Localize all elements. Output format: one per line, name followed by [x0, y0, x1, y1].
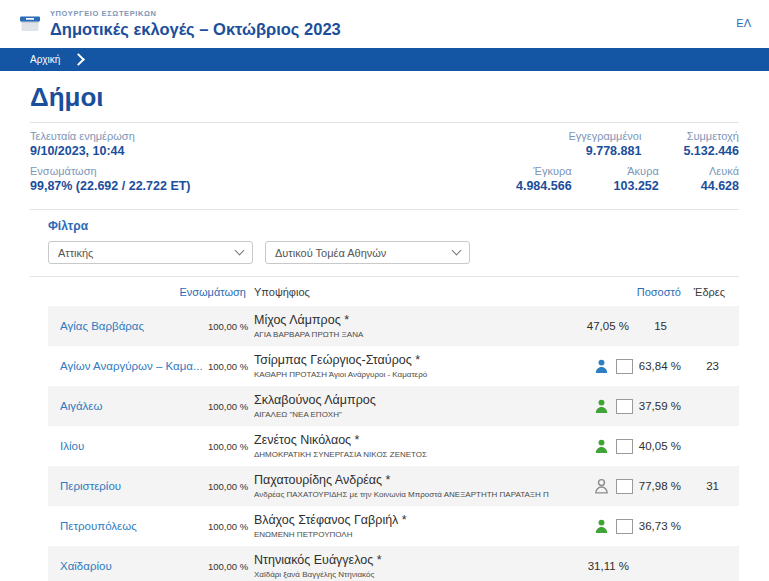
integration-value: 100,00 % [208, 361, 254, 372]
percentage-value: 47,05 % [549, 320, 635, 332]
party-name: ΚΑΘΑΡΗ ΠΡΟΤΑΣΗ Άγιοι Ανάργυροι - Καματερ… [254, 370, 549, 379]
municipality-link[interactable]: Ιλίου [48, 440, 208, 452]
party-support-box [616, 439, 633, 454]
support-cell [549, 358, 635, 375]
candidate-name: Σκλαβούνος Λάμπρος [254, 393, 549, 407]
party-support-box [616, 399, 633, 414]
municipality-link[interactable]: Πετρουπόλεως [48, 520, 208, 532]
table-row: Πετρουπόλεως 100,00 % Βλάχος Στέφανος Γα… [48, 506, 739, 546]
region-select[interactable]: Αττικής [48, 241, 253, 264]
brand-text: ΥΠΟΥΡΓΕΙΟ ΕΣΩΤΕΡΙΚΩΝ Δημοτικές εκλογές –… [50, 9, 341, 39]
candidate-cell: Παχατουρίδης Ανδρέας * Ανδρέας ΠΑΧΑΤΟΥΡΙ… [254, 473, 549, 499]
table-row: Χαϊδαρίου 100,00 % Ντηνιακός Ευάγγελος *… [48, 546, 739, 581]
municipality-link[interactable]: Αγίων Αναργύρων – Καμα... [48, 360, 208, 372]
header-seats: Έδρες [687, 286, 739, 298]
registered: Εγγεγραμμένοι 9.778.881 [568, 130, 641, 158]
municipality-link[interactable]: Αγίας Βαρβάρας [48, 320, 208, 332]
municipality-link[interactable]: Χαϊδαρίου [48, 560, 208, 572]
party-name: ΕΝΩΜΕΝΗ ΠΕΤΡΟΥΠΟΛΗ [254, 530, 549, 539]
main-content: Δήμοι Τελευταία ενημέρωση 9/10/2023, 10:… [0, 82, 769, 581]
candidate-cell: Μίχος Λάμπρος * ΑΓΙΑ ΒΑΡΒΑΡΑ ΠΡΩΤΗ ΞΑΝΑ [254, 313, 549, 339]
stats-left: Τελευταία ενημέρωση 9/10/2023, 10:44 Ενσ… [30, 130, 191, 200]
header-integration[interactable]: Ενσωμάτωση [48, 286, 254, 298]
chevron-down-icon [452, 246, 462, 256]
party-support-box [616, 479, 633, 494]
candidate-name: Τσίρμπας Γεώργιος-Σταύρος * [254, 353, 549, 367]
percentage-value: 36,73 % [635, 520, 687, 532]
percentage-value: 40,05 % [635, 440, 687, 452]
stats-row-1: Εγγεγραμμένοι 9.778.881 Συμμετοχή 5.132.… [516, 130, 739, 158]
support-cell [549, 478, 635, 495]
table-row: Αιγάλεω 100,00 % Σκλαβούνος Λάμπρος ΑΙΓΑ… [48, 386, 739, 426]
ministry-label: ΥΠΟΥΡΓΕΙΟ ΕΣΩΤΕΡΙΚΩΝ [50, 9, 341, 18]
table-row: Αγίας Βαρβάρας 100,00 % Μίχος Λάμπρος * … [48, 306, 739, 346]
filters-label: Φίλτρα [48, 219, 739, 233]
table-header: Ενσωμάτωση Υποψήφιος Ποσοστό Έδρες [48, 281, 739, 303]
table-row: Ιλίου 100,00 % Ζενέτος Νικόλαος * ΔΗΜΟΚΡ… [48, 426, 739, 466]
integration-value: 100,00 % [208, 321, 254, 332]
person-icon [593, 358, 610, 375]
app-header: ΥΠΟΥΡΓΕΙΟ ΕΣΩΤΕΡΙΚΩΝ Δημοτικές εκλογές –… [0, 0, 769, 48]
party-name: ΔΗΜΟΚΡΑΤΙΚΗ ΣΥΝΕΡΓΑΣΙΑ ΝΙΚΟΣ ΖΕΝΕΤΟΣ [254, 450, 549, 459]
valid-value: 4.984.566 [516, 179, 572, 193]
municipality-link[interactable]: Αιγάλεω [48, 400, 208, 412]
valid-votes: Έγκυρα 4.984.566 [516, 165, 572, 193]
integration-value: 100,00 % [208, 521, 254, 532]
district-select[interactable]: Δυτικού Τομέα Αθηνών [265, 241, 470, 264]
header-percentage[interactable]: Ποσοστό [635, 286, 687, 298]
chevron-right-icon [73, 53, 86, 66]
support-cell [549, 518, 635, 535]
candidate-name: Ζενέτος Νικόλαος * [254, 433, 549, 447]
invalid-value: 103.252 [614, 179, 659, 193]
divider [30, 276, 739, 277]
invalid-votes: Άκυρα 103.252 [614, 165, 659, 193]
person-icon [593, 398, 610, 415]
language-switcher[interactable]: ΕΛ [736, 17, 751, 29]
breadcrumb: Αρχική [0, 48, 769, 71]
table-row: Περιστερίου 100,00 % Παχατουρίδης Ανδρέα… [48, 466, 739, 506]
support-cell [549, 438, 635, 455]
person-icon [593, 478, 610, 495]
person-icon [593, 518, 610, 535]
candidate-cell: Τσίρμπας Γεώργιος-Σταύρος * ΚΑΘΑΡΗ ΠΡΟΤΑ… [254, 353, 549, 379]
ballot-box-icon [18, 13, 42, 38]
region-select-value: Αττικής [58, 247, 93, 259]
candidate-cell: Βλάχος Στέφανος Γαβριήλ * ΕΝΩΜΕΝΗ ΠΕΤΡΟΥ… [254, 513, 549, 539]
integration-value: 100,00 % [208, 401, 254, 412]
party-name: ΑΓΙΑ ΒΑΡΒΑΡΑ ΠΡΩΤΗ ΞΑΝΑ [254, 330, 549, 339]
last-update-label: Τελευταία ενημέρωση [30, 130, 191, 142]
seats-value: 15 [635, 320, 687, 332]
last-update: Τελευταία ενημέρωση 9/10/2023, 10:44 [30, 130, 191, 158]
integration-value: 100,00 % [208, 561, 254, 572]
integration-value: 99,87% (22.692 / 22.722 ΕΤ) [30, 179, 191, 193]
party-support-box [616, 519, 633, 534]
municipality-link[interactable]: Περιστερίου [48, 480, 208, 492]
candidate-name: Βλάχος Στέφανος Γαβριήλ * [254, 513, 549, 527]
seats-value: 31 [687, 480, 739, 492]
candidate-cell: Ζενέτος Νικόλαος * ΔΗΜΟΚΡΑΤΙΚΗ ΣΥΝΕΡΓΑΣΙ… [254, 433, 549, 459]
valid-label: Έγκυρα [516, 165, 572, 177]
turnout: Συμμετοχή 5.132.446 [683, 130, 739, 158]
blank-votes: Λευκά 44.628 [701, 165, 739, 193]
party-name: ΑΙΓΑΛΕΩ "ΝΕΑ ΕΠΟΧΗ" [254, 410, 549, 419]
stats-right: Εγγεγραμμένοι 9.778.881 Συμμετοχή 5.132.… [516, 130, 739, 200]
integration-value: 100,00 % [208, 481, 254, 492]
party-name: Χαϊδάρι ξανά Βαγγέλης Ντηνιακός [254, 570, 549, 579]
person-icon [593, 438, 610, 455]
candidate-cell: Ντηνιακός Ευάγγελος * Χαϊδάρι ξανά Βαγγέ… [254, 553, 549, 579]
percentage-value: 77,98 % [635, 480, 687, 492]
blank-label: Λευκά [701, 165, 739, 177]
integration-value: 100,00 % [208, 441, 254, 452]
integration-label: Ενσωμάτωση [30, 165, 191, 177]
stats-panel: Τελευταία ενημέρωση 9/10/2023, 10:44 Ενσ… [30, 123, 739, 209]
candidate-name: Ντηνιακός Ευάγγελος * [254, 553, 549, 567]
party-name: Ανδρέας ΠΑΧΑΤΟΥΡΙΔΗΣ με την Κοινωνία Μπρ… [254, 490, 549, 499]
breadcrumb-home-link[interactable]: Αρχική [30, 54, 60, 65]
percentage-value: 31,11 % [549, 560, 635, 572]
site-title: Δημοτικές εκλογές – Οκτώβριος 2023 [50, 20, 341, 39]
integration: Ενσωμάτωση 99,87% (22.692 / 22.722 ΕΤ) [30, 165, 191, 193]
district-select-value: Δυτικού Τομέα Αθηνών [275, 247, 386, 259]
percentage-value: 63,84 % [635, 360, 687, 372]
table-row: Αγίων Αναργύρων – Καμα... 100,00 % Τσίρμ… [48, 346, 739, 386]
support-cell [549, 398, 635, 415]
